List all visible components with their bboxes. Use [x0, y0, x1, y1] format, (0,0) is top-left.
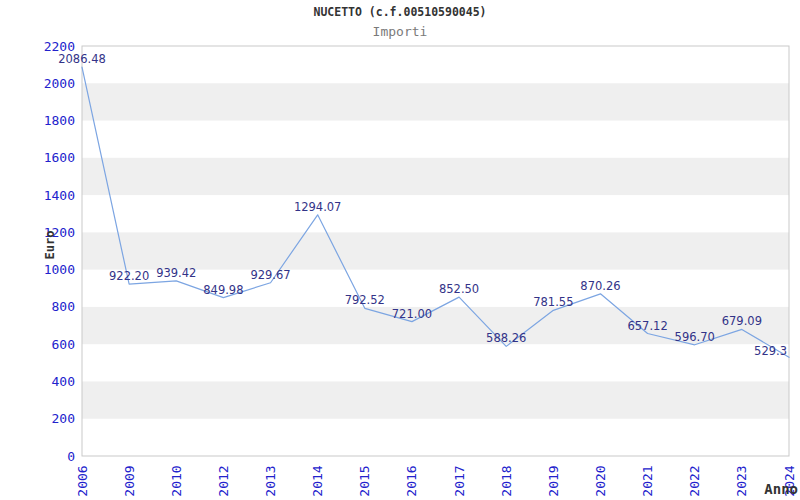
x-axis-tick-label: 2013 [263, 465, 278, 496]
point-label: 657.12 [627, 319, 667, 333]
y-axis-tick-label: 1400 [44, 188, 75, 203]
point-label: 929.67 [250, 268, 290, 282]
point-label: 849.98 [203, 283, 243, 297]
plot-band [82, 158, 789, 195]
x-axis-tick-label: 2015 [357, 465, 372, 496]
plot-band [82, 381, 789, 418]
x-axis-tick-label: 2006 [75, 465, 90, 496]
y-axis-tick-label: 2000 [44, 76, 75, 91]
x-axis-tick-label: 2012 [216, 465, 231, 496]
point-label: 596.70 [675, 330, 715, 344]
x-axis-tick-label: 2022 [687, 465, 702, 496]
x-axis-tick-label: 2016 [404, 465, 419, 496]
x-axis-tick-label: 2018 [499, 465, 514, 496]
point-label: 922.20 [109, 269, 149, 283]
x-axis-tick-label: 2010 [169, 465, 184, 496]
y-axis-tick-label: 800 [52, 299, 75, 314]
point-label: 2086.48 [58, 52, 106, 66]
x-axis-title: Anno [764, 481, 798, 497]
plot-band [82, 232, 789, 269]
chart-page: NUCETTO (c.f.00510590045) Importi 020040… [0, 0, 800, 500]
y-axis-tick-label: 1000 [44, 262, 75, 277]
point-label: 781.55 [533, 295, 573, 309]
line-chart: 0200400600800100012001400160018002000220… [0, 0, 800, 500]
x-axis-tick-label: 2019 [546, 465, 561, 496]
x-axis-tick-label: 2020 [593, 465, 608, 496]
point-label: 1294.07 [294, 200, 342, 214]
y-axis-tick-label: 1600 [44, 150, 75, 165]
x-axis-tick-label: 2023 [734, 465, 749, 496]
x-axis-tick-label: 2021 [640, 465, 655, 496]
point-label: 792.52 [345, 293, 385, 307]
x-axis-tick-label: 2009 [122, 465, 137, 496]
point-label: 529.3 [754, 344, 787, 358]
point-label: 870.26 [580, 279, 620, 293]
x-axis-tick-label: 2017 [452, 465, 467, 496]
y-axis-tick-label: 600 [52, 337, 75, 352]
plot-band [82, 83, 789, 120]
y-axis-tick-label: 200 [52, 411, 75, 426]
point-label: 852.50 [439, 282, 479, 296]
point-label: 939.42 [156, 266, 196, 280]
x-axis-tick-label: 2014 [310, 465, 325, 496]
point-label: 588.26 [486, 331, 526, 345]
point-label: 721.00 [392, 307, 432, 321]
y-axis-tick-label: 400 [52, 374, 75, 389]
y-axis-tick-label: 1800 [44, 113, 75, 128]
y-axis-tick-label: 0 [67, 449, 75, 464]
point-label: 679.09 [722, 314, 762, 328]
y-axis-title: Euro [43, 231, 57, 260]
